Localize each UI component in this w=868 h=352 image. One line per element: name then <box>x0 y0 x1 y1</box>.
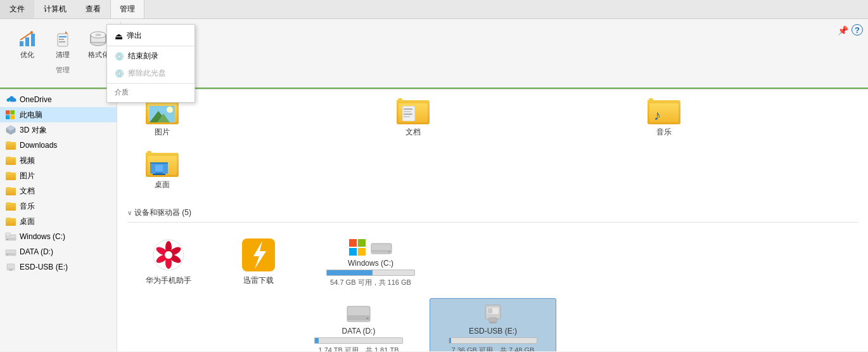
data-d-drive-item[interactable]: DATA (D:) 1.74 TB 可用，共 1.81 TB <box>295 298 422 351</box>
media-section-label: 介质 <box>107 85 195 100</box>
windows-c-info: 54.7 GB 可用，共 116 GB <box>326 278 415 287</box>
end-burn-item[interactable]: 💿 结束刻录 <box>107 48 195 65</box>
desktop-grid: 桌面 <box>127 145 858 202</box>
devices-section-header: ∨ 设备和驱动器 (5) <box>127 205 858 223</box>
optimize-button[interactable]: 优化 <box>11 24 43 63</box>
music-folder-item[interactable]: ♪ 音乐 <box>629 92 699 142</box>
data-d-bar <box>315 338 319 343</box>
sidebar-item-desktop[interactable]: 桌面 <box>0 214 117 229</box>
windows-c-drive-icon-row: Windows (C:) 54.7 GB 可用，共 116 GB <box>326 238 415 287</box>
sidebar-item-3d-objects[interactable]: 3D 对象 <box>0 122 117 138</box>
data-d-info: 1.74 TB 可用，共 1.81 TB <box>314 346 403 351</box>
svg-rect-48 <box>155 165 163 171</box>
onedrive-icon <box>5 94 16 105</box>
documents-label: 文档 <box>20 186 35 197</box>
sidebar-item-pictures[interactable]: 图片 <box>0 168 117 183</box>
windows-c-bar-container <box>326 270 415 276</box>
separator-1 <box>107 46 195 46</box>
esd-e-bar <box>449 338 451 343</box>
windows-c-label: Windows (C:) <box>20 232 65 241</box>
help-button[interactable]: ? <box>852 24 863 36</box>
documents-folder-icon <box>5 185 16 197</box>
ribbon-top-right: 📌 ? <box>836 24 863 37</box>
xunlei-label: 迅雷下载 <box>243 275 274 286</box>
svg-rect-21 <box>11 115 15 120</box>
pin-button[interactable]: 📌 <box>836 24 849 37</box>
svg-rect-6 <box>59 39 64 40</box>
esd-e-label: ESD-USB (E:) <box>449 327 537 336</box>
sidebar-item-documents[interactable]: 文档 <box>0 183 117 199</box>
desktop-label: 桌面 <box>20 216 35 227</box>
cleanup-icon <box>51 27 74 50</box>
svg-rect-33 <box>10 270 12 271</box>
tab-view[interactable]: 查看 <box>76 0 110 18</box>
svg-rect-7 <box>59 41 65 42</box>
svg-rect-32 <box>8 268 13 270</box>
windows-c-icon <box>348 238 393 256</box>
manage-group-label: 管理 <box>56 65 70 75</box>
main-layout: OneDrive 此电脑 3D 对象 <box>0 89 868 351</box>
sidebar: OneDrive 此电脑 3D 对象 <box>0 89 117 351</box>
drives-row2: DATA (D:) 1.74 TB 可用，共 1.81 TB <box>127 296 858 351</box>
svg-rect-27 <box>6 239 8 240</box>
eject-icon: ⏏ <box>115 31 123 41</box>
svg-rect-61 <box>349 248 357 256</box>
desktop-folder-icon <box>5 216 16 227</box>
windows-c-drive-item[interactable]: Windows (C:) 54.7 GB 可用，共 116 GB <box>307 233 434 293</box>
sidebar-item-onedrive[interactable]: OneDrive <box>0 92 117 107</box>
tab-computer[interactable]: 计算机 <box>34 0 76 18</box>
downloads-folder-icon <box>5 140 16 151</box>
esd-e-label: ESD-USB (E:) <box>20 263 68 271</box>
music-folder-icon <box>5 200 16 212</box>
data-d-label: DATA (D:) <box>314 327 403 336</box>
sidebar-item-this-pc[interactable]: 此电脑 <box>0 107 117 122</box>
ribbon-group-manage: 优化 清理 <box>5 22 121 77</box>
huawei-item[interactable]: 华为手机助手 <box>127 233 210 293</box>
computer-icon <box>5 109 16 121</box>
3d-objects-label: 3D 对象 <box>20 125 47 136</box>
esd-e-drive-item[interactable]: ESD-USB (E:) 7.36 GB 可用，共 7.48 GB <box>430 298 556 351</box>
svg-rect-47 <box>153 174 165 175</box>
music-folder-label: 音乐 <box>656 127 672 138</box>
xunlei-item[interactable]: 迅雷下载 <box>217 233 300 293</box>
sidebar-item-esd-e[interactable]: ESD-USB (E:) <box>0 259 117 275</box>
svg-rect-40 <box>404 111 411 112</box>
desktop-folder-item[interactable]: 桌面 <box>127 145 197 195</box>
svg-rect-20 <box>6 115 10 120</box>
svg-rect-19 <box>11 110 15 115</box>
downloads-label: Downloads <box>20 141 57 150</box>
devices-chevron[interactable]: ∨ <box>127 209 132 216</box>
music-label: 音乐 <box>20 201 35 212</box>
music-folder-icon-large: ♪ <box>648 96 680 124</box>
content-area: 图片 <box>117 89 868 351</box>
sidebar-item-downloads[interactable]: Downloads <box>0 138 117 153</box>
sidebar-item-windows-c[interactable]: Windows (C:) <box>0 229 117 244</box>
svg-rect-60 <box>358 239 366 247</box>
desktop-folder-label: 桌面 <box>155 179 170 190</box>
sidebar-item-data-d[interactable]: DATA (D:) <box>0 244 117 259</box>
huawei-icon <box>151 237 186 273</box>
tab-file[interactable]: 文件 <box>0 0 34 18</box>
svg-rect-59 <box>349 239 357 247</box>
svg-text:♪: ♪ <box>654 107 661 122</box>
erase-disc-icon: 💿 <box>115 69 124 78</box>
eject-item[interactable]: ⏏ 弹出 <box>107 27 195 44</box>
windows-c-drive-label: Windows (C:) <box>326 259 415 268</box>
tab-manage[interactable]: 管理 <box>110 0 144 18</box>
sidebar-item-music[interactable]: 音乐 <box>0 199 117 214</box>
svg-rect-39 <box>404 108 412 110</box>
3d-objects-icon <box>5 124 16 136</box>
svg-point-56 <box>165 251 172 259</box>
devices-section-label: 设备和驱动器 (5) <box>134 207 191 218</box>
svg-point-68 <box>366 318 369 320</box>
end-burn-icon: 💿 <box>115 52 124 61</box>
svg-rect-2 <box>31 34 35 46</box>
svg-rect-30 <box>6 254 8 255</box>
svg-rect-0 <box>20 41 23 46</box>
erase-disc-item[interactable]: 💿 擦除此光盘 <box>107 65 195 82</box>
documents-folder-item[interactable]: 文档 <box>378 92 448 142</box>
cleanup-button[interactable]: 清理 <box>47 24 79 63</box>
svg-rect-41 <box>404 114 412 115</box>
pictures-label: 图片 <box>20 171 35 181</box>
sidebar-item-video[interactable]: 视频 <box>0 153 117 168</box>
